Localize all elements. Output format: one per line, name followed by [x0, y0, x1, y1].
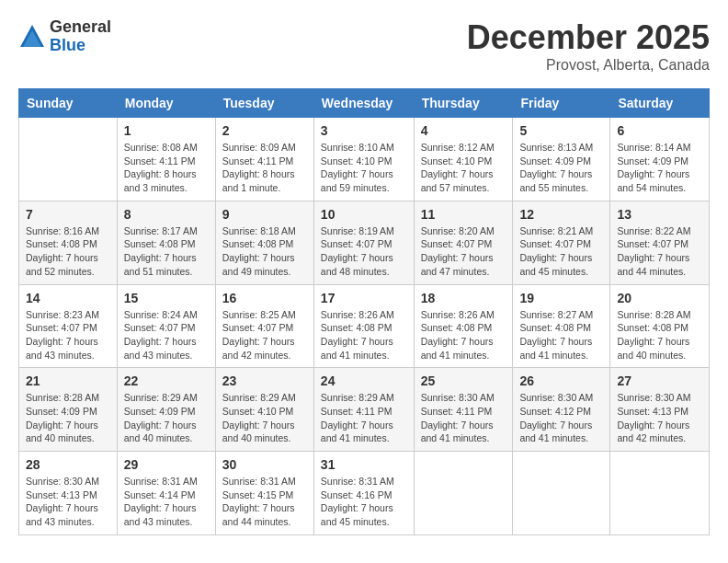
day-info: Sunrise: 8:24 AM Sunset: 4:07 PM Dayligh… [124, 308, 209, 362]
calendar-cell [610, 452, 710, 535]
day-info: Sunrise: 8:12 AM Sunset: 4:10 PM Dayligh… [421, 141, 506, 195]
day-number: 12 [519, 207, 603, 222]
day-number: 13 [617, 207, 702, 222]
day-number: 27 [617, 373, 702, 388]
day-info: Sunrise: 8:25 AM Sunset: 4:07 PM Dayligh… [222, 308, 307, 362]
day-info: Sunrise: 8:21 AM Sunset: 4:07 PM Dayligh… [519, 224, 603, 279]
calendar-body: 1Sunrise: 8:08 AM Sunset: 4:11 PM Daylig… [19, 118, 710, 535]
day-info: Sunrise: 8:10 AM Sunset: 4:10 PM Dayligh… [321, 141, 407, 195]
day-number: 1 [124, 123, 209, 138]
day-number: 10 [321, 207, 407, 222]
calendar-cell: 11Sunrise: 8:20 AM Sunset: 4:07 PM Dayli… [414, 201, 513, 284]
week-row-1: 7Sunrise: 8:16 AM Sunset: 4:08 PM Daylig… [19, 201, 710, 284]
day-info: Sunrise: 8:28 AM Sunset: 4:08 PM Dayligh… [617, 308, 702, 362]
day-info: Sunrise: 8:30 AM Sunset: 4:11 PM Dayligh… [421, 391, 506, 445]
day-number: 15 [124, 291, 209, 305]
day-info: Sunrise: 8:30 AM Sunset: 4:13 PM Dayligh… [26, 475, 110, 529]
logo-blue: Blue [50, 37, 111, 55]
day-info: Sunrise: 8:18 AM Sunset: 4:08 PM Dayligh… [222, 224, 307, 279]
header-saturday: Saturday [610, 89, 710, 118]
day-info: Sunrise: 8:09 AM Sunset: 4:11 PM Dayligh… [222, 141, 307, 195]
calendar-cell: 5Sunrise: 8:13 AM Sunset: 4:09 PM Daylig… [513, 118, 610, 201]
day-info: Sunrise: 8:29 AM Sunset: 4:11 PM Dayligh… [321, 391, 407, 445]
calendar-cell: 2Sunrise: 8:09 AM Sunset: 4:11 PM Daylig… [215, 118, 313, 201]
day-info: Sunrise: 8:26 AM Sunset: 4:08 PM Dayligh… [421, 308, 506, 362]
calendar-cell: 22Sunrise: 8:29 AM Sunset: 4:09 PM Dayli… [117, 368, 215, 452]
calendar-cell: 14Sunrise: 8:23 AM Sunset: 4:07 PM Dayli… [19, 284, 118, 368]
day-info: Sunrise: 8:19 AM Sunset: 4:07 PM Dayligh… [321, 224, 407, 279]
day-number: 21 [26, 373, 110, 388]
day-number: 17 [321, 291, 407, 305]
day-number: 26 [519, 373, 603, 388]
day-info: Sunrise: 8:29 AM Sunset: 4:09 PM Dayligh… [124, 391, 209, 445]
calendar-cell: 19Sunrise: 8:27 AM Sunset: 4:08 PM Dayli… [513, 284, 610, 368]
day-info: Sunrise: 8:31 AM Sunset: 4:15 PM Dayligh… [222, 475, 307, 529]
day-info: Sunrise: 8:16 AM Sunset: 4:08 PM Dayligh… [26, 224, 110, 279]
calendar-cell: 23Sunrise: 8:29 AM Sunset: 4:10 PM Dayli… [215, 368, 313, 452]
header-sunday: Sunday [19, 89, 118, 118]
day-number: 31 [321, 457, 407, 472]
calendar-cell: 30Sunrise: 8:31 AM Sunset: 4:15 PM Dayli… [215, 452, 313, 535]
day-number: 14 [26, 291, 110, 305]
calendar-cell [414, 452, 513, 535]
calendar-cell: 10Sunrise: 8:19 AM Sunset: 4:07 PM Dayli… [313, 201, 414, 284]
day-info: Sunrise: 8:13 AM Sunset: 4:09 PM Dayligh… [519, 141, 603, 195]
day-number: 4 [421, 123, 506, 138]
week-row-3: 21Sunrise: 8:28 AM Sunset: 4:09 PM Dayli… [19, 368, 710, 452]
calendar-cell: 16Sunrise: 8:25 AM Sunset: 4:07 PM Dayli… [215, 284, 313, 368]
header-friday: Friday [513, 89, 610, 118]
calendar-cell: 27Sunrise: 8:30 AM Sunset: 4:13 PM Dayli… [610, 368, 710, 452]
day-info: Sunrise: 8:14 AM Sunset: 4:09 PM Dayligh… [617, 141, 702, 195]
day-info: Sunrise: 8:26 AM Sunset: 4:08 PM Dayligh… [321, 308, 407, 362]
location: Provost, Alberta, Canada [467, 57, 710, 74]
calendar-cell [513, 452, 610, 535]
day-number: 7 [26, 207, 110, 222]
day-info: Sunrise: 8:08 AM Sunset: 4:11 PM Dayligh… [124, 141, 209, 195]
day-info: Sunrise: 8:20 AM Sunset: 4:07 PM Dayligh… [421, 224, 506, 279]
calendar-cell [19, 118, 118, 201]
calendar-table: SundayMondayTuesdayWednesdayThursdayFrid… [18, 88, 710, 535]
day-info: Sunrise: 8:30 AM Sunset: 4:13 PM Dayligh… [617, 391, 702, 445]
week-row-4: 28Sunrise: 8:30 AM Sunset: 4:13 PM Dayli… [19, 452, 710, 535]
day-number: 23 [222, 373, 307, 388]
week-row-0: 1Sunrise: 8:08 AM Sunset: 4:11 PM Daylig… [19, 118, 710, 201]
week-row-2: 14Sunrise: 8:23 AM Sunset: 4:07 PM Dayli… [19, 284, 710, 368]
day-number: 9 [222, 207, 307, 222]
day-number: 22 [124, 373, 209, 388]
day-number: 18 [421, 291, 506, 305]
calendar-cell: 26Sunrise: 8:30 AM Sunset: 4:12 PM Dayli… [513, 368, 610, 452]
calendar-cell: 4Sunrise: 8:12 AM Sunset: 4:10 PM Daylig… [414, 118, 513, 201]
calendar-cell: 20Sunrise: 8:28 AM Sunset: 4:08 PM Dayli… [610, 284, 710, 368]
day-info: Sunrise: 8:17 AM Sunset: 4:08 PM Dayligh… [124, 224, 209, 279]
day-info: Sunrise: 8:31 AM Sunset: 4:14 PM Dayligh… [124, 475, 209, 529]
day-number: 5 [519, 123, 603, 138]
logo-general: General [50, 18, 111, 37]
title-section: December 2025 Provost, Alberta, Canada [467, 18, 710, 74]
logo-icon [18, 23, 46, 51]
day-info: Sunrise: 8:31 AM Sunset: 4:16 PM Dayligh… [321, 475, 407, 529]
day-number: 25 [421, 373, 506, 388]
day-number: 24 [321, 373, 407, 388]
day-info: Sunrise: 8:23 AM Sunset: 4:07 PM Dayligh… [26, 308, 110, 362]
calendar-cell: 29Sunrise: 8:31 AM Sunset: 4:14 PM Dayli… [117, 452, 215, 535]
logo-text: General Blue [50, 18, 111, 55]
day-number: 28 [26, 457, 110, 472]
day-info: Sunrise: 8:27 AM Sunset: 4:08 PM Dayligh… [519, 308, 603, 362]
calendar-cell: 1Sunrise: 8:08 AM Sunset: 4:11 PM Daylig… [117, 118, 215, 201]
day-number: 19 [519, 291, 603, 305]
day-number: 8 [124, 207, 209, 222]
day-info: Sunrise: 8:22 AM Sunset: 4:07 PM Dayligh… [617, 224, 702, 279]
day-number: 16 [222, 291, 307, 305]
day-number: 2 [222, 123, 307, 138]
calendar-cell: 12Sunrise: 8:21 AM Sunset: 4:07 PM Dayli… [513, 201, 610, 284]
day-info: Sunrise: 8:29 AM Sunset: 4:10 PM Dayligh… [222, 391, 307, 445]
calendar-cell: 21Sunrise: 8:28 AM Sunset: 4:09 PM Dayli… [19, 368, 118, 452]
calendar-cell: 8Sunrise: 8:17 AM Sunset: 4:08 PM Daylig… [117, 201, 215, 284]
header-thursday: Thursday [414, 89, 513, 118]
calendar-cell: 6Sunrise: 8:14 AM Sunset: 4:09 PM Daylig… [610, 118, 710, 201]
day-number: 30 [222, 457, 307, 472]
day-info: Sunrise: 8:28 AM Sunset: 4:09 PM Dayligh… [26, 391, 110, 445]
calendar-cell: 28Sunrise: 8:30 AM Sunset: 4:13 PM Dayli… [19, 452, 118, 535]
header-monday: Monday [117, 89, 215, 118]
calendar-cell: 9Sunrise: 8:18 AM Sunset: 4:08 PM Daylig… [215, 201, 313, 284]
